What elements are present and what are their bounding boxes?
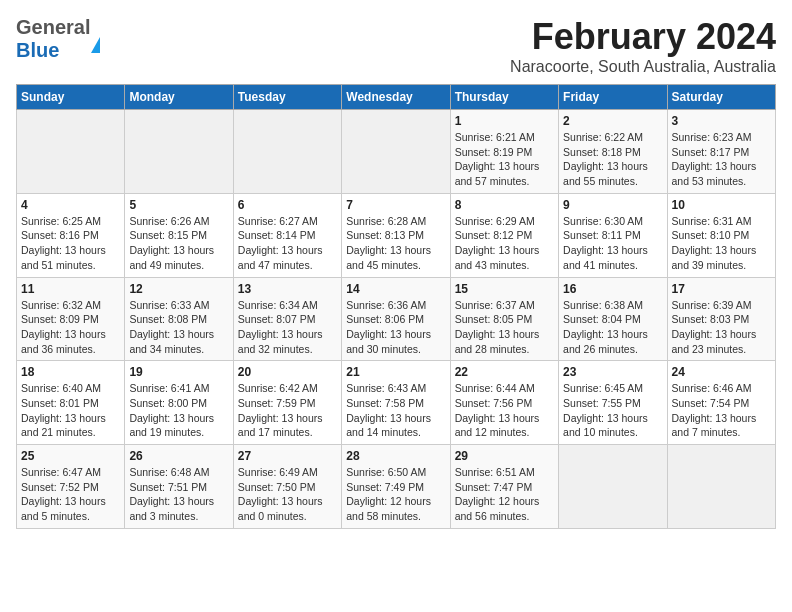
cell-info: Sunrise: 6:45 AMSunset: 7:55 PMDaylight:… <box>563 381 662 440</box>
cell-info: Sunrise: 6:21 AMSunset: 8:19 PMDaylight:… <box>455 130 554 189</box>
cell-info: Sunrise: 6:32 AMSunset: 8:09 PMDaylight:… <box>21 298 120 357</box>
col-header-saturday: Saturday <box>667 85 775 110</box>
calendar-cell: 27Sunrise: 6:49 AMSunset: 7:50 PMDayligh… <box>233 445 341 529</box>
calendar-cell: 5Sunrise: 6:26 AMSunset: 8:15 PMDaylight… <box>125 193 233 277</box>
day-number: 12 <box>129 282 228 296</box>
calendar-cell: 24Sunrise: 6:46 AMSunset: 7:54 PMDayligh… <box>667 361 775 445</box>
calendar-week-5: 25Sunrise: 6:47 AMSunset: 7:52 PMDayligh… <box>17 445 776 529</box>
calendar-cell: 1Sunrise: 6:21 AMSunset: 8:19 PMDaylight… <box>450 110 558 194</box>
calendar-cell: 7Sunrise: 6:28 AMSunset: 8:13 PMDaylight… <box>342 193 450 277</box>
day-number: 3 <box>672 114 771 128</box>
day-number: 9 <box>563 198 662 212</box>
calendar-cell: 17Sunrise: 6:39 AMSunset: 8:03 PMDayligh… <box>667 277 775 361</box>
day-number: 28 <box>346 449 445 463</box>
calendar-cell: 23Sunrise: 6:45 AMSunset: 7:55 PMDayligh… <box>559 361 667 445</box>
calendar-cell: 25Sunrise: 6:47 AMSunset: 7:52 PMDayligh… <box>17 445 125 529</box>
day-number: 25 <box>21 449 120 463</box>
day-number: 11 <box>21 282 120 296</box>
calendar-cell: 3Sunrise: 6:23 AMSunset: 8:17 PMDaylight… <box>667 110 775 194</box>
day-number: 13 <box>238 282 337 296</box>
day-number: 7 <box>346 198 445 212</box>
calendar-cell: 21Sunrise: 6:43 AMSunset: 7:58 PMDayligh… <box>342 361 450 445</box>
cell-info: Sunrise: 6:23 AMSunset: 8:17 PMDaylight:… <box>672 130 771 189</box>
calendar-cell: 22Sunrise: 6:44 AMSunset: 7:56 PMDayligh… <box>450 361 558 445</box>
day-number: 26 <box>129 449 228 463</box>
calendar-cell: 14Sunrise: 6:36 AMSunset: 8:06 PMDayligh… <box>342 277 450 361</box>
cell-info: Sunrise: 6:43 AMSunset: 7:58 PMDaylight:… <box>346 381 445 440</box>
day-number: 27 <box>238 449 337 463</box>
col-header-thursday: Thursday <box>450 85 558 110</box>
day-number: 4 <box>21 198 120 212</box>
cell-info: Sunrise: 6:31 AMSunset: 8:10 PMDaylight:… <box>672 214 771 273</box>
day-number: 23 <box>563 365 662 379</box>
page-header: General Blue February 2024 Naracoorte, S… <box>16 16 776 76</box>
cell-info: Sunrise: 6:41 AMSunset: 8:00 PMDaylight:… <box>129 381 228 440</box>
col-header-monday: Monday <box>125 85 233 110</box>
day-number: 29 <box>455 449 554 463</box>
calendar-cell <box>667 445 775 529</box>
day-number: 18 <box>21 365 120 379</box>
calendar-cell: 6Sunrise: 6:27 AMSunset: 8:14 PMDaylight… <box>233 193 341 277</box>
cell-info: Sunrise: 6:34 AMSunset: 8:07 PMDaylight:… <box>238 298 337 357</box>
cell-info: Sunrise: 6:37 AMSunset: 8:05 PMDaylight:… <box>455 298 554 357</box>
calendar-cell: 18Sunrise: 6:40 AMSunset: 8:01 PMDayligh… <box>17 361 125 445</box>
day-number: 20 <box>238 365 337 379</box>
calendar-week-2: 4Sunrise: 6:25 AMSunset: 8:16 PMDaylight… <box>17 193 776 277</box>
calendar-cell: 4Sunrise: 6:25 AMSunset: 8:16 PMDaylight… <box>17 193 125 277</box>
col-header-sunday: Sunday <box>17 85 125 110</box>
calendar-cell: 13Sunrise: 6:34 AMSunset: 8:07 PMDayligh… <box>233 277 341 361</box>
cell-info: Sunrise: 6:36 AMSunset: 8:06 PMDaylight:… <box>346 298 445 357</box>
cell-info: Sunrise: 6:27 AMSunset: 8:14 PMDaylight:… <box>238 214 337 273</box>
day-number: 17 <box>672 282 771 296</box>
day-number: 8 <box>455 198 554 212</box>
cell-info: Sunrise: 6:22 AMSunset: 8:18 PMDaylight:… <box>563 130 662 189</box>
day-number: 22 <box>455 365 554 379</box>
col-header-friday: Friday <box>559 85 667 110</box>
logo-blue: Blue <box>16 39 59 61</box>
day-number: 16 <box>563 282 662 296</box>
cell-info: Sunrise: 6:33 AMSunset: 8:08 PMDaylight:… <box>129 298 228 357</box>
page-title: February 2024 <box>510 16 776 58</box>
cell-info: Sunrise: 6:40 AMSunset: 8:01 PMDaylight:… <box>21 381 120 440</box>
calendar-cell: 9Sunrise: 6:30 AMSunset: 8:11 PMDaylight… <box>559 193 667 277</box>
calendar-cell <box>233 110 341 194</box>
calendar-cell: 12Sunrise: 6:33 AMSunset: 8:08 PMDayligh… <box>125 277 233 361</box>
calendar-cell: 15Sunrise: 6:37 AMSunset: 8:05 PMDayligh… <box>450 277 558 361</box>
col-header-wednesday: Wednesday <box>342 85 450 110</box>
cell-info: Sunrise: 6:39 AMSunset: 8:03 PMDaylight:… <box>672 298 771 357</box>
calendar-cell <box>559 445 667 529</box>
cell-info: Sunrise: 6:47 AMSunset: 7:52 PMDaylight:… <box>21 465 120 524</box>
day-number: 5 <box>129 198 228 212</box>
cell-info: Sunrise: 6:46 AMSunset: 7:54 PMDaylight:… <box>672 381 771 440</box>
calendar-cell: 20Sunrise: 6:42 AMSunset: 7:59 PMDayligh… <box>233 361 341 445</box>
calendar-cell: 10Sunrise: 6:31 AMSunset: 8:10 PMDayligh… <box>667 193 775 277</box>
calendar-table: SundayMondayTuesdayWednesdayThursdayFrid… <box>16 84 776 529</box>
title-block: February 2024 Naracoorte, South Australi… <box>510 16 776 76</box>
calendar-header: SundayMondayTuesdayWednesdayThursdayFrid… <box>17 85 776 110</box>
cell-info: Sunrise: 6:38 AMSunset: 8:04 PMDaylight:… <box>563 298 662 357</box>
day-number: 14 <box>346 282 445 296</box>
cell-info: Sunrise: 6:49 AMSunset: 7:50 PMDaylight:… <box>238 465 337 524</box>
day-number: 19 <box>129 365 228 379</box>
calendar-cell: 29Sunrise: 6:51 AMSunset: 7:47 PMDayligh… <box>450 445 558 529</box>
day-number: 21 <box>346 365 445 379</box>
day-number: 2 <box>563 114 662 128</box>
cell-info: Sunrise: 6:25 AMSunset: 8:16 PMDaylight:… <box>21 214 120 273</box>
day-number: 6 <box>238 198 337 212</box>
calendar-cell: 16Sunrise: 6:38 AMSunset: 8:04 PMDayligh… <box>559 277 667 361</box>
calendar-cell: 8Sunrise: 6:29 AMSunset: 8:12 PMDaylight… <box>450 193 558 277</box>
calendar-cell: 19Sunrise: 6:41 AMSunset: 8:00 PMDayligh… <box>125 361 233 445</box>
logo-general: General <box>16 16 90 38</box>
cell-info: Sunrise: 6:50 AMSunset: 7:49 PMDaylight:… <box>346 465 445 524</box>
calendar-cell: 28Sunrise: 6:50 AMSunset: 7:49 PMDayligh… <box>342 445 450 529</box>
cell-info: Sunrise: 6:28 AMSunset: 8:13 PMDaylight:… <box>346 214 445 273</box>
calendar-cell <box>17 110 125 194</box>
cell-info: Sunrise: 6:51 AMSunset: 7:47 PMDaylight:… <box>455 465 554 524</box>
page-subtitle: Naracoorte, South Australia, Australia <box>510 58 776 76</box>
calendar-week-3: 11Sunrise: 6:32 AMSunset: 8:09 PMDayligh… <box>17 277 776 361</box>
day-number: 10 <box>672 198 771 212</box>
cell-info: Sunrise: 6:44 AMSunset: 7:56 PMDaylight:… <box>455 381 554 440</box>
day-number: 1 <box>455 114 554 128</box>
logo-triangle-icon <box>91 20 100 53</box>
cell-info: Sunrise: 6:48 AMSunset: 7:51 PMDaylight:… <box>129 465 228 524</box>
